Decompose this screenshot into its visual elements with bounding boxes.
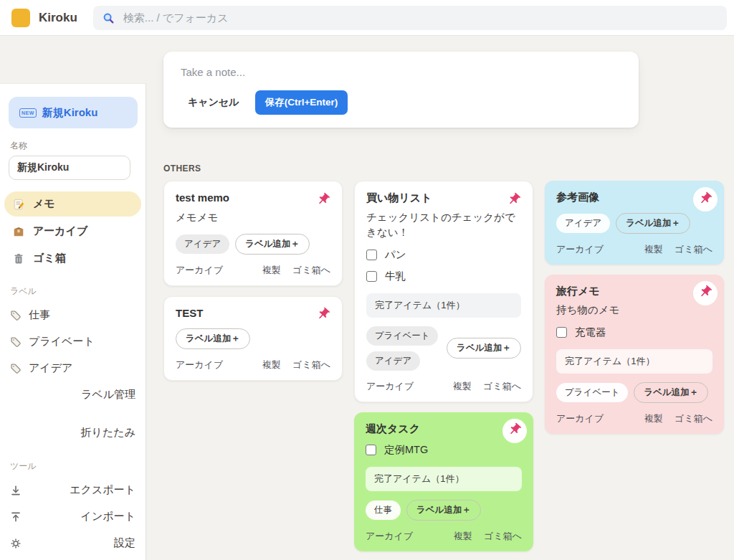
sidebar-label-item[interactable]: 仕事: [0, 302, 146, 328]
note-card[interactable]: 旅行メモ持ち物のメモ充電器完了アイテム（1件）プライベートラベル追加＋アーカイブ…: [545, 275, 724, 435]
note-card[interactable]: 買い物リストチェックリストのチェックができない！パン牛乳完了アイテム（1件）プラ…: [354, 181, 533, 402]
card-action-duplicate[interactable]: 複製: [644, 412, 663, 425]
label-chip[interactable]: アイデア: [366, 351, 420, 371]
add-label-chip[interactable]: ラベル追加＋: [235, 234, 310, 255]
top-bar: Kiroku: [0, 0, 734, 36]
sidebar-item-label-manage[interactable]: ラベル管理: [0, 381, 146, 408]
sidebar-item-memo[interactable]: メモ: [4, 191, 141, 217]
add-label-chip[interactable]: ラベル追加＋: [616, 213, 690, 234]
note-card[interactable]: test memoメモメモアイデアラベル追加＋アーカイブ複製ゴミ箱へ: [163, 181, 343, 286]
checklist-label: 牛乳: [385, 270, 406, 283]
memo-icon: [12, 198, 25, 211]
card-action-trash[interactable]: ゴミ箱へ: [292, 359, 330, 371]
search-input[interactable]: [122, 11, 718, 24]
notes-board: test memoメモメモアイデアラベル追加＋アーカイブ複製ゴミ箱へTESTラベ…: [163, 181, 734, 551]
label-chip[interactable]: アイデア: [556, 214, 610, 233]
card-action-duplicate[interactable]: 複製: [644, 243, 663, 256]
label-chip-stack: プライベートアイデア: [366, 326, 438, 371]
sidebar-tool-label: インポート: [81, 510, 135, 523]
checklist-item: 充電器: [556, 326, 712, 339]
pin-button[interactable]: [693, 187, 718, 212]
completed-items-bar[interactable]: 完了アイテム（1件）: [366, 467, 522, 491]
checkbox[interactable]: [366, 271, 377, 282]
pin-button[interactable]: [502, 419, 527, 443]
sidebar-item-archive[interactable]: アーカイブ: [4, 219, 141, 244]
note-footer-right: 複製ゴミ箱へ: [644, 243, 712, 256]
pin-button[interactable]: [693, 281, 718, 305]
card-action-trash[interactable]: ゴミ箱へ: [675, 243, 712, 256]
card-action-archive[interactable]: アーカイブ: [366, 530, 413, 543]
completed-items-bar[interactable]: 完了アイテム（1件）: [366, 293, 521, 318]
cancel-button[interactable]: キャンセル: [181, 92, 247, 113]
pin-icon: [316, 307, 330, 323]
name-field-label: 名称: [10, 140, 135, 152]
note-footer-right: 複製ゴミ箱へ: [454, 530, 522, 543]
sidebar-tool-item[interactable]: インポート: [0, 503, 146, 530]
pin-button[interactable]: [311, 188, 335, 212]
note-input[interactable]: Take a note...: [181, 66, 621, 78]
checklist-label: パン: [385, 248, 406, 262]
add-label-chip[interactable]: ラベル追加＋: [634, 382, 708, 403]
checkbox[interactable]: [366, 445, 376, 455]
card-action-archive[interactable]: アーカイブ: [176, 359, 223, 371]
note-title: test memo: [176, 191, 330, 205]
label-chip[interactable]: アイデア: [176, 234, 229, 254]
note-body: 持ち物のメモ: [556, 303, 712, 318]
card-action-archive[interactable]: アーカイブ: [366, 380, 414, 393]
checklist-item: パン: [366, 248, 521, 262]
card-action-duplicate[interactable]: 複製: [454, 530, 472, 543]
note-footer: アーカイブ複製ゴミ箱へ: [366, 530, 522, 543]
label-chips-row: アイデアラベル追加＋: [556, 213, 712, 234]
label-chip[interactable]: 仕事: [366, 500, 401, 520]
note-title: 買い物リスト: [366, 191, 521, 205]
sidebar-item-trash[interactable]: ゴミ箱: [4, 246, 141, 271]
note-footer-right: 複製ゴミ箱へ: [453, 380, 521, 393]
pin-button[interactable]: [502, 188, 526, 212]
label-manage-label: ラベル管理: [81, 388, 135, 402]
pin-icon: [316, 192, 330, 209]
completed-items-bar[interactable]: 完了アイテム（1件）: [556, 349, 712, 374]
sidebar-item-collapse[interactable]: 折りたたみ: [0, 419, 146, 446]
card-action-duplicate[interactable]: 複製: [262, 264, 281, 277]
pin-button[interactable]: [311, 303, 335, 328]
board-column: 参考画像アイデアラベル追加＋アーカイブ複製ゴミ箱へ旅行メモ持ち物のメモ充電器完了…: [545, 181, 724, 434]
name-input[interactable]: [9, 156, 130, 180]
sidebar-tool-label: エクスポート: [70, 483, 135, 497]
checkbox[interactable]: [366, 250, 377, 260]
search-icon: [102, 11, 115, 24]
sidebar-tool-item[interactable]: 設定: [0, 530, 146, 556]
card-action-archive[interactable]: アーカイブ: [556, 243, 604, 256]
new-kiroku-button[interactable]: NEW 新規Kiroku: [9, 97, 138, 128]
card-action-duplicate[interactable]: 複製: [262, 359, 281, 371]
note-body: メモメモ: [176, 210, 330, 225]
sidebar-tool-item[interactable]: エクスポート: [0, 477, 146, 503]
add-label-chip[interactable]: ラベル追加＋: [176, 328, 250, 349]
card-action-trash[interactable]: ゴミ箱へ: [483, 380, 521, 393]
export-icon: [10, 485, 22, 496]
sidebar-tool-item[interactable]: ?ヘルプ: [0, 556, 146, 560]
card-action-archive[interactable]: アーカイブ: [556, 412, 604, 425]
sidebar-labels: 仕事プライベートアイデア: [0, 302, 146, 381]
sidebar-label-item[interactable]: プライベート: [0, 328, 146, 355]
label-chips-row: プライベートアイデアラベル追加＋: [366, 326, 521, 371]
board-column: test memoメモメモアイデアラベル追加＋アーカイブ複製ゴミ箱へTESTラベ…: [163, 181, 343, 381]
note-footer: アーカイブ複製ゴミ箱へ: [176, 264, 330, 277]
sidebar-label-item[interactable]: アイデア: [0, 355, 146, 381]
note-card[interactable]: TESTラベル追加＋アーカイブ複製ゴミ箱へ: [163, 296, 343, 381]
add-label-chip[interactable]: ラベル追加＋: [447, 338, 521, 359]
search-box[interactable]: [93, 6, 727, 30]
label-chip[interactable]: プライベート: [366, 326, 438, 346]
card-action-duplicate[interactable]: 複製: [453, 380, 472, 393]
add-label-chip[interactable]: ラベル追加＋: [406, 500, 481, 521]
note-card[interactable]: 週次タスク定例MTG完了アイテム（1件）仕事ラベル追加＋アーカイブ複製ゴミ箱へ: [354, 412, 533, 552]
trash-icon: [12, 252, 25, 265]
save-button[interactable]: 保存(Ctrl+Enter): [255, 90, 348, 115]
note-card[interactable]: 参考画像アイデアラベル追加＋アーカイブ複製ゴミ箱へ: [545, 181, 724, 265]
card-action-trash[interactable]: ゴミ箱へ: [292, 264, 330, 277]
app-logo: [11, 9, 30, 27]
card-action-trash[interactable]: ゴミ箱へ: [675, 412, 712, 425]
checkbox[interactable]: [556, 327, 567, 338]
card-action-trash[interactable]: ゴミ箱へ: [484, 530, 522, 543]
card-action-archive[interactable]: アーカイブ: [176, 264, 223, 277]
label-chip[interactable]: プライベート: [556, 383, 628, 402]
